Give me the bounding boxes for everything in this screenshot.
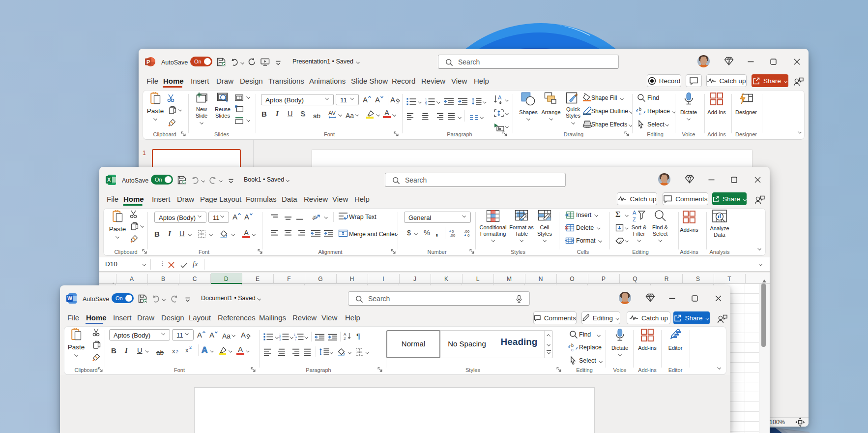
svg-text:Z: Z (344, 337, 346, 340)
svg-text:A: A (498, 95, 502, 100)
svg-text:c: c (639, 111, 641, 116)
svg-text:A: A (241, 331, 246, 339)
svg-text:.00: .00 (450, 233, 456, 237)
svg-text:A: A (390, 95, 395, 104)
svg-text:2: 2 (176, 349, 178, 354)
svg-text:Z: Z (633, 216, 636, 222)
svg-text:x: x (185, 346, 189, 354)
svg-text:A: A (375, 95, 380, 104)
svg-text:A: A (244, 213, 249, 221)
svg-text:A: A (363, 95, 368, 104)
svg-text:c: c (571, 347, 574, 352)
svg-text:x: x (172, 347, 175, 355)
svg-text:A: A (232, 213, 237, 221)
svg-text:A: A (633, 210, 637, 216)
svg-text:i: i (295, 338, 296, 340)
svg-text:2: 2 (189, 346, 192, 350)
svg-text:3: 3 (279, 338, 281, 340)
svg-text:A: A (197, 331, 202, 339)
svg-text:AV: AV (328, 110, 336, 117)
svg-text:3: 3 (425, 103, 427, 105)
svg-text:A: A (209, 331, 214, 339)
svg-text:0: 0 (467, 233, 470, 237)
